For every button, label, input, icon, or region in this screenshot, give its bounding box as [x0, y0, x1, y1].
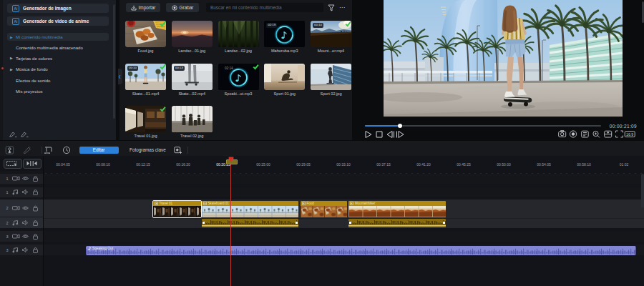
svg-text:3: 3 [6, 235, 8, 239]
svg-text:1: 1 [6, 177, 8, 181]
svg-text:2: 2 [6, 221, 8, 225]
svg-text:1: 1 [6, 190, 8, 194]
svg-text:02:14: 02:14 [225, 66, 233, 70]
svg-text:3: 3 [6, 248, 8, 252]
svg-text:2: 2 [6, 206, 8, 210]
svg-text:16:9: 16:9 [626, 132, 633, 137]
